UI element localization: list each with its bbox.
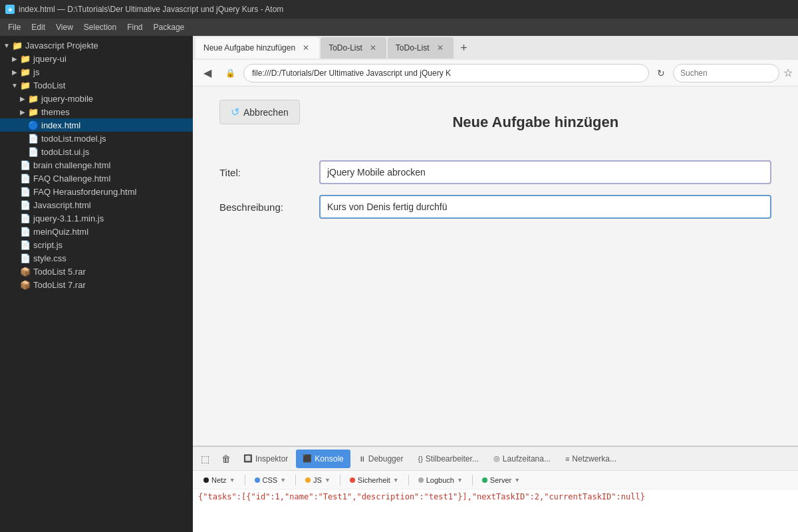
file-icon: 🔵 <box>28 120 39 130</box>
lock-icon: 🔒 <box>221 64 239 82</box>
sidebar-item-script-js[interactable]: ▶ 📄 script.js <box>0 238 193 251</box>
devtools-tab-debugger[interactable]: ⏸ Debugger <box>352 450 410 468</box>
app-icon: ◈ <box>5 5 15 14</box>
filter-label: Logbuch <box>426 476 454 484</box>
menu-selection[interactable]: Selection <box>78 21 122 33</box>
sidebar-item-javascript[interactable]: ▶ 📄 Javascript.html <box>0 198 193 211</box>
sidebar-item-todolist5-rar[interactable]: ▶ 📦 TodoList 5.rar <box>0 265 193 278</box>
filter-logbuch-button[interactable]: Logbuch ▼ <box>413 475 468 485</box>
menu-file[interactable]: File <box>3 21 26 33</box>
sidebar-root-folder[interactable]: ▼ 📁 Javascript Projekte <box>0 39 193 52</box>
back-button[interactable]: ◀ <box>198 64 217 82</box>
sidebar-item-label: brain challenge.html <box>33 160 110 170</box>
title-bar-text: index.html — D:\Tutorials\Der Ultimative… <box>19 5 283 14</box>
abbrechen-button[interactable]: ↺ Abbrechen <box>219 100 300 124</box>
new-tab-button[interactable]: + <box>455 39 473 57</box>
sidebar-item-jquery-mobile[interactable]: ▶ 📁 jquery-mobile <box>0 92 193 105</box>
devtools-tab-stilbearbeiter[interactable]: {} Stilbearbeiter... <box>411 450 485 468</box>
sidebar-item-todolist-ui[interactable]: ▶ 📄 todoList.ui.js <box>0 145 193 158</box>
sidebar-item-label: script.js <box>33 240 63 250</box>
sidebar-item-js[interactable]: ▶ 📁 js <box>0 65 193 78</box>
file-icon: 📄 <box>20 253 31 263</box>
sidebar-item-index-html[interactable]: ▶ 🔵 index.html <box>0 118 193 132</box>
sidebar-root-label: Javascript Projekte <box>25 41 98 51</box>
close-tab-icon[interactable]: ✕ <box>301 43 311 53</box>
menu-view[interactable]: View <box>51 21 78 33</box>
sidebar-item-todolist7-rar[interactable]: ▶ 📦 TodoList 7.rar <box>0 278 193 291</box>
sidebar-item-label: index.html <box>41 120 80 130</box>
page-content: ↺ Abbrechen Neue Aufgabe hinzügen Titel:… <box>193 86 798 446</box>
reload-button[interactable]: ↻ <box>653 65 669 81</box>
file-icon: 📄 <box>28 133 39 144</box>
sidebar-item-jquery-min[interactable]: ▶ 📄 jquery-3.1.1.min.js <box>0 211 193 225</box>
browser-tab-0[interactable]: Neue Aufgabe hinzufügen ✕ <box>196 37 319 59</box>
close-tab-icon[interactable]: ✕ <box>368 43 378 53</box>
bookmark-icon[interactable]: ☆ <box>783 66 793 79</box>
filter-separator <box>340 475 340 485</box>
folder-icon: 📁 <box>20 66 31 77</box>
sidebar-item-label: meinQuiz.html <box>33 227 88 237</box>
sidebar-item-mein-quiz[interactable]: ▶ 📄 meinQuiz.html <box>0 225 193 238</box>
console-output: {"tasks":[{"id":1,"name":"Test1","descri… <box>193 489 798 532</box>
chevron-down-icon: ▼ <box>3 41 11 49</box>
clear-console-button[interactable]: 🗑 <box>217 450 235 468</box>
search-input[interactable] <box>673 64 779 82</box>
address-bar: ◀ 🔒 ↻ ☆ <box>193 60 798 86</box>
filter-css-button[interactable]: CSS ▼ <box>249 475 292 485</box>
browser-tab-2[interactable]: ToDo-List ✕ <box>388 37 454 59</box>
file-icon: 📄 <box>20 160 31 170</box>
sidebar-item-label: js <box>33 67 39 77</box>
debugger-icon: ⏸ <box>358 455 366 463</box>
sidebar-item-label: jquery-ui <box>33 54 66 64</box>
form-title-input[interactable] <box>319 160 771 184</box>
sidebar-item-label: Javascript.html <box>33 200 91 210</box>
filter-separator <box>295 475 296 485</box>
devtools-tab-netzwerk[interactable]: ≡ Netzwerka... <box>559 450 623 468</box>
browser-tab-1[interactable]: ToDo-List ✕ <box>321 37 386 59</box>
filter-label: Server <box>490 476 511 484</box>
menu-find[interactable]: Find <box>122 21 148 33</box>
sidebar-item-brain-challenge[interactable]: ▶ 📄 brain challenge.html <box>0 158 193 172</box>
page-header: ↺ Abbrechen Neue Aufgabe hinzügen <box>219 100 771 144</box>
sidebar-item-todolist-model[interactable]: ▶ 📄 todoList.model.js <box>0 132 193 145</box>
chevron-down-icon: ▼ <box>229 477 235 483</box>
menu-package[interactable]: Package <box>148 21 190 33</box>
devtools-tab-label: Netzwerka... <box>572 454 616 464</box>
filter-dot-netz <box>203 477 209 483</box>
filter-dot-sicherheit <box>350 477 355 483</box>
devtools-tab-konsole[interactable]: ⬛ Konsole <box>296 450 350 468</box>
devtools-tab-laufzeit[interactable]: ◎ Laufzeitana... <box>487 450 557 468</box>
sidebar-item-todolist[interactable]: ▼ 📁 TodoList <box>0 78 193 92</box>
close-tab-icon[interactable]: ✕ <box>435 43 446 53</box>
form-desc-input[interactable] <box>319 195 771 219</box>
menu-edit[interactable]: Edit <box>26 21 51 33</box>
menu-bar: File Edit View Selection Find Package <box>0 19 798 36</box>
sidebar-item-faq-heraus[interactable]: ▶ 📄 FAQ Herausforderung.html <box>0 185 193 198</box>
element-picker-button[interactable]: ⬚ <box>196 450 214 468</box>
sidebar-item-label: jquery-mobile <box>41 94 93 104</box>
file-icon: 📄 <box>20 226 31 237</box>
filter-js-button[interactable]: JS ▼ <box>300 475 336 485</box>
browser-panel: Neue Aufgabe hinzufügen ✕ ToDo-List ✕ To… <box>193 36 798 532</box>
stilbearbeiter-icon: {} <box>418 455 422 463</box>
filter-server-button[interactable]: Server ▼ <box>477 475 525 485</box>
konsole-icon: ⬛ <box>303 454 312 463</box>
sidebar-item-faq-challenge[interactable]: ▶ 📄 FAQ Challenge.html <box>0 172 193 185</box>
filter-netz-button[interactable]: Netz ▼ <box>198 475 241 485</box>
sidebar-item-label: themes <box>41 107 70 117</box>
file-icon: 📄 <box>20 186 31 197</box>
address-input[interactable] <box>243 64 649 82</box>
devtools-tab-inspektor[interactable]: 🔲 Inspektor <box>237 450 295 468</box>
title-bar: ◈ index.html — D:\Tutorials\Der Ultimati… <box>0 0 798 19</box>
filter-separator <box>408 475 409 485</box>
filter-sicherheit-button[interactable]: Sicherheit ▼ <box>344 475 404 485</box>
file-icon: 📄 <box>20 239 31 250</box>
sidebar-item-style-css[interactable]: ▶ 📄 style.css <box>0 251 193 265</box>
back-arrow-icon: ↺ <box>231 106 239 118</box>
sidebar-item-jquery-ui[interactable]: ▶ 📁 jquery-ui <box>0 52 193 65</box>
main-layout: ▼ 📁 Javascript Projekte ▶ 📁 jquery-ui ▶ … <box>0 36 798 532</box>
sidebar-item-themes[interactable]: ▶ 📁 themes <box>0 105 193 118</box>
devtools-tab-label: Debugger <box>368 454 404 464</box>
netzwerk-icon: ≡ <box>565 455 569 463</box>
filter-label: Netz <box>211 476 227 484</box>
